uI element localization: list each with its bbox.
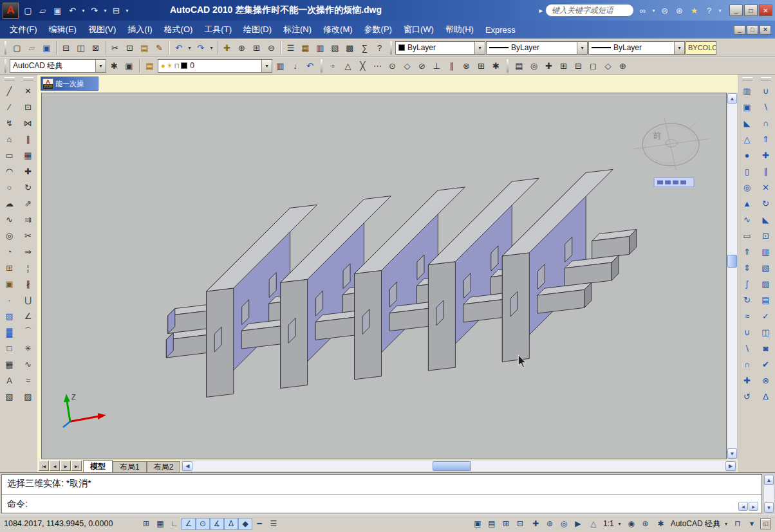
color-combo[interactable]: ByLayer ▾ xyxy=(395,41,485,55)
sweep-icon[interactable]: ∫ xyxy=(740,276,755,291)
chamfer-icon[interactable]: ∠ xyxy=(21,308,36,324)
quick-view-layouts-button[interactable]: ⊞ xyxy=(499,518,513,530)
quickcalc-icon[interactable]: ∑ xyxy=(357,41,372,55)
ellipse-icon[interactable]: ◎ xyxy=(2,228,17,243)
named-views-icon[interactable]: ▤ xyxy=(512,59,527,73)
snap-intersection-icon[interactable]: ╳ xyxy=(355,59,370,73)
save-file-icon[interactable]: ▣ xyxy=(39,41,54,55)
workspace-combo[interactable]: AutoCAD 经典 ▾ xyxy=(10,59,106,73)
arc-icon[interactable]: ◠ xyxy=(2,163,17,179)
workspace-switch-value[interactable]: AutoCAD 经典 xyxy=(669,518,722,529)
menu-item-10[interactable]: 参数(P) xyxy=(359,21,398,39)
color-edges-icon[interactable]: ▨ xyxy=(758,276,774,291)
save-workspace-icon[interactable]: ▣ xyxy=(122,59,136,73)
annotation-scale-dropdown-icon[interactable]: ▾ xyxy=(617,521,623,527)
loft-icon[interactable]: ≈ xyxy=(740,308,755,324)
layer-states-manager-icon[interactable]: ▥ xyxy=(273,59,288,73)
zoom-window-icon[interactable]: ⊞ xyxy=(249,41,264,55)
array-icon[interactable]: ▦ xyxy=(21,147,36,163)
menu-item-12[interactable]: 帮助(H) xyxy=(440,21,480,39)
union-icon[interactable]: ∪ xyxy=(758,83,774,98)
command-text-area[interactable]: 选择三维实体: *取消* 命令: xyxy=(1,474,762,513)
lwt-toggle[interactable]: ━ xyxy=(252,518,266,530)
help-icon[interactable]: ? xyxy=(702,3,716,18)
copy-object-icon[interactable]: ⊡ xyxy=(21,99,36,115)
gradient-icon[interactable]: ▓ xyxy=(2,324,17,340)
layer-combo[interactable]: ● ☀ ⊓ 0 ▾ xyxy=(158,59,272,73)
edit-spline-icon[interactable]: ≈ xyxy=(21,372,36,388)
align-3d-icon[interactable]: Δ xyxy=(758,389,774,404)
torus-icon[interactable]: ◎ xyxy=(740,179,755,195)
snap-parallel-icon[interactable]: ∥ xyxy=(444,59,459,73)
cone-icon[interactable]: △ xyxy=(740,131,755,147)
intersect-icon[interactable]: ∩ xyxy=(740,356,755,372)
edit-hatch-icon[interactable]: ▨ xyxy=(21,389,36,404)
snap-toggle[interactable]: ⊞ xyxy=(139,518,153,530)
plotstyle-combo[interactable]: BYCOLOR xyxy=(686,41,716,55)
clean-icon[interactable]: ✓ xyxy=(758,308,774,324)
minimized-drawing-window[interactable]: A 2010 能一次操 xyxy=(41,77,98,91)
layout-space-button[interactable]: ▤ xyxy=(485,518,499,530)
copy-icon[interactable]: ⊡ xyxy=(122,41,137,55)
layer-freeze-icon[interactable]: ☀ xyxy=(167,62,173,70)
make-object-layer-current-icon[interactable]: ↓ xyxy=(288,59,303,73)
qat-menu-icon[interactable]: ▾ xyxy=(124,3,131,18)
status-menu-button[interactable]: ▾ xyxy=(745,518,759,530)
wedge-icon[interactable]: ◣ xyxy=(740,115,755,131)
polar-toggle[interactable]: ∠ xyxy=(182,518,196,530)
dyn-toggle[interactable]: ◆ xyxy=(238,518,252,530)
tab-layout1[interactable]: 布局1 xyxy=(113,461,147,472)
rotate-faces-icon[interactable]: ↻ xyxy=(758,196,774,211)
snap-tangent-icon[interactable]: ⊘ xyxy=(415,59,429,73)
paste-icon[interactable]: ▤ xyxy=(137,41,152,55)
extend-icon[interactable]: ⇒ xyxy=(21,244,36,259)
fillet-icon[interactable]: ⌒ xyxy=(21,324,36,340)
snap-perpendicular-icon[interactable]: ⊥ xyxy=(429,59,444,73)
command-scroll-left-icon[interactable]: ◀ xyxy=(738,502,748,511)
redo-icon[interactable]: ↷ xyxy=(87,3,102,18)
osnap-settings-icon[interactable]: ✱ xyxy=(489,59,503,73)
extrude-icon[interactable]: ⇑ xyxy=(740,244,755,259)
chevron-down-icon[interactable]: ▾ xyxy=(674,42,684,54)
polysolid-icon[interactable]: ▥ xyxy=(740,83,755,98)
scroll-left-icon[interactable]: ◀ xyxy=(182,461,192,471)
polyline-icon[interactable]: ↯ xyxy=(2,115,17,131)
snap-insert-icon[interactable]: ⊞ xyxy=(474,59,489,73)
snap-extension-icon[interactable]: ⋯ xyxy=(370,59,385,73)
annotation-scale-value[interactable]: 1:1 xyxy=(602,519,615,528)
horizontal-scroll-thumb[interactable] xyxy=(433,461,471,471)
plot-preview-icon[interactable]: ◫ xyxy=(73,41,88,55)
menu-item-2[interactable]: 编辑(E) xyxy=(43,21,82,39)
redo-icon[interactable]: ↷ xyxy=(193,41,208,55)
presspull-icon[interactable]: ⇕ xyxy=(740,260,755,275)
subtract-icon[interactable]: ∖ xyxy=(740,340,755,356)
wipeout-icon[interactable]: ▧ xyxy=(2,389,17,404)
save-file-icon[interactable]: ▣ xyxy=(50,3,65,18)
grid-toggle[interactable]: ▦ xyxy=(153,518,167,530)
taper-faces-icon[interactable]: ◣ xyxy=(758,212,774,227)
copy-edges-icon[interactable]: ▧ xyxy=(758,260,774,275)
new-file-icon[interactable]: ▢ xyxy=(10,41,24,55)
construction-line-icon[interactable]: ∕ xyxy=(2,99,17,115)
tab-layout2[interactable]: 布局2 xyxy=(147,461,181,472)
infocenter-collapse-icon[interactable]: ▸ xyxy=(537,6,544,15)
circle-icon[interactable]: ○ xyxy=(2,179,17,195)
redo-menu-icon[interactable]: ▾ xyxy=(102,3,109,18)
linetype-combo[interactable]: ByLayer ▾ xyxy=(486,41,588,55)
break-at-point-icon[interactable]: ¦ xyxy=(21,260,36,275)
revision-cloud-icon[interactable]: ☁ xyxy=(2,196,17,211)
snap-midpoint-icon[interactable]: △ xyxy=(341,59,355,73)
scale-icon[interactable]: ⇗ xyxy=(21,196,36,211)
communication-center-icon[interactable]: ⊛ xyxy=(672,3,687,18)
command-scroll-down-icon[interactable]: ▼ xyxy=(764,502,774,513)
qp-toggle[interactable]: ☰ xyxy=(266,518,281,530)
search-binoculars-icon[interactable]: ∞ xyxy=(635,3,650,18)
region-icon[interactable]: □ xyxy=(2,340,17,356)
close-button[interactable]: ✕ xyxy=(759,5,772,16)
snap-endpoint-icon[interactable]: ▫ xyxy=(326,59,341,73)
zoom-realtime-icon[interactable]: ⊕ xyxy=(234,41,249,55)
delete-faces-icon[interactable]: ✕ xyxy=(758,179,774,195)
menu-item-1[interactable]: 文件(F) xyxy=(4,21,43,39)
pan-view-icon[interactable]: ✚ xyxy=(541,59,556,73)
trim-icon[interactable]: ✂ xyxy=(21,228,36,243)
